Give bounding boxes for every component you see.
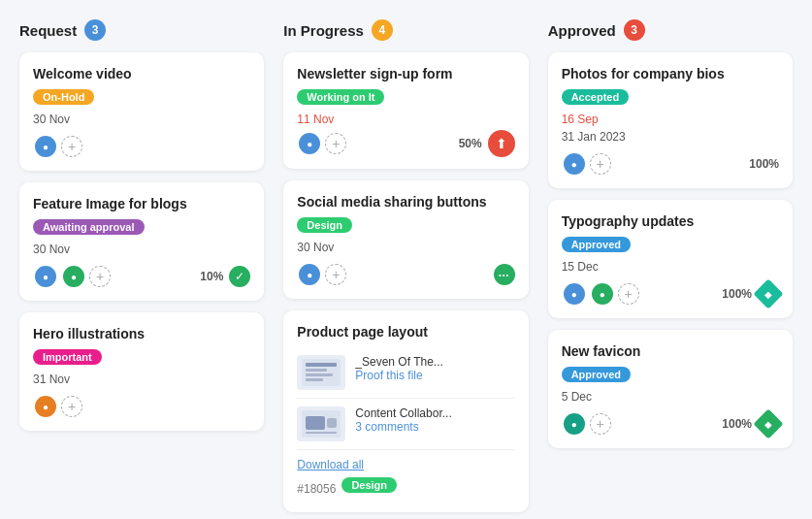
card-date-social-media: 30 Nov <box>297 241 514 254</box>
column-count-in-progress: 4 <box>372 19 393 41</box>
column-header-in-progress: In Progress4 <box>283 19 528 41</box>
card-tag-social-media: Design <box>297 217 352 233</box>
card-feature-image[interactable]: Feature Image for blogsAwaiting approval… <box>19 182 264 301</box>
card-tag-hero-illustrations: Important <box>33 349 102 365</box>
card-newsletter[interactable]: Newsletter sign-up formWorking on It11 N… <box>283 52 528 169</box>
card-photos-bios[interactable]: Photos for company biosAccepted16 Sep31 … <box>548 52 793 188</box>
file-thumbnail <box>297 355 345 390</box>
avatar: ● <box>562 411 587 437</box>
file-info-0: _Seven Of The...Proof this file <box>355 355 514 382</box>
card-tag-typography-updates: Approved <box>562 237 631 252</box>
add-avatar-button[interactable]: + <box>325 133 346 154</box>
avatar: ● <box>297 262 322 287</box>
card-right-side: 100%◆ <box>722 413 779 435</box>
file-info-1: Content Collabor...3 comments <box>355 406 514 434</box>
column-header-request: Request3 <box>19 19 264 41</box>
card-right-side: 100% <box>749 157 779 171</box>
card-product-page[interactable]: Product page layout _Seven Of The...Proo… <box>283 310 528 512</box>
file-name: _Seven Of The... <box>355 355 514 369</box>
diamond-green-icon: ◆ <box>753 408 783 438</box>
card-new-favicon[interactable]: New faviconApproved5 Dec●+100%◆ <box>548 330 793 448</box>
column-title-in-progress: In Progress <box>283 22 364 39</box>
card-social-media[interactable]: Social media sharing buttonsDesign30 Nov… <box>283 180 528 299</box>
avatar: ● <box>562 281 587 307</box>
card-hero-illustrations[interactable]: Hero illustrationsImportant31 Nov●+ <box>19 312 264 431</box>
card-title-newsletter: Newsletter sign-up form <box>297 66 514 81</box>
avatar-row-photos-bios: ●+ <box>562 151 611 177</box>
column-header-approved: Approved3 <box>548 19 793 41</box>
card-right-side: ••• <box>494 264 515 285</box>
add-avatar-button[interactable]: + <box>61 396 82 417</box>
svg-rect-3 <box>306 373 333 376</box>
avatar: ● <box>33 264 58 289</box>
card-footer-photos-bios: ●+100% <box>562 151 779 177</box>
file-item-1: Content Collabor...3 comments <box>297 399 514 450</box>
avatar: ● <box>61 264 86 289</box>
card-right-side: 10%✓ <box>200 266 250 287</box>
column-request: Request3Welcome videoOn-Hold30 Nov●+Feat… <box>19 19 264 519</box>
check-green-icon: ✓ <box>229 266 250 287</box>
card-title-photos-bios: Photos for company bios <box>562 66 779 81</box>
card-title-social-media: Social media sharing buttons <box>297 194 514 210</box>
card-welcome-video[interactable]: Welcome videoOn-Hold30 Nov●+ <box>19 52 264 171</box>
card-footer-feature-image: ●●+10%✓ <box>33 264 250 289</box>
column-title-request: Request <box>19 22 77 39</box>
card-right-side: 100%◆ <box>722 283 779 305</box>
card-footer-newsletter: ●+50%⬆ <box>297 130 514 157</box>
card-tag-photos-bios: Accepted <box>562 89 630 105</box>
card-title-typography-updates: Typography updates <box>562 213 779 229</box>
avatar: ● <box>297 131 322 156</box>
card-date-photos-bios: 16 Sep <box>562 113 779 126</box>
svg-rect-1 <box>306 363 337 367</box>
card-date-new-favicon: 5 Dec <box>562 390 779 404</box>
card-date-typography-updates: 15 Dec <box>562 260 779 274</box>
diamond-teal-icon: ◆ <box>753 278 783 308</box>
card-tag-new-favicon: Approved <box>562 367 631 382</box>
file-action-link[interactable]: 3 comments <box>355 420 514 434</box>
avatar: ● <box>33 134 58 159</box>
add-avatar-button[interactable]: + <box>590 153 611 175</box>
card-date-welcome-video: 30 Nov <box>33 113 250 126</box>
card-percent-photos-bios: 100% <box>749 157 779 171</box>
column-count-request: 3 <box>84 19 106 41</box>
avatar-row-feature-image: ●●+ <box>33 264 111 289</box>
avatar-row-typography-updates: ●●+ <box>562 281 639 307</box>
svg-rect-4 <box>306 378 323 381</box>
column-count-approved: 3 <box>624 19 645 41</box>
add-avatar-button[interactable]: + <box>590 413 611 435</box>
add-avatar-button[interactable]: + <box>325 264 346 285</box>
column-in-progress: In Progress4Newsletter sign-up formWorki… <box>283 19 528 519</box>
kanban-board: Request3Welcome videoOn-Hold30 Nov●+Feat… <box>19 19 793 519</box>
avatar-row-welcome-video: ●+ <box>33 134 82 159</box>
card-date-hero-illustrations: 31 Nov <box>33 373 250 386</box>
card-title-new-favicon: New favicon <box>562 343 779 359</box>
card-hash: #18056 <box>297 482 336 496</box>
add-avatar-button[interactable]: + <box>618 283 639 305</box>
card-bottom-product-page: Download all <box>297 458 514 471</box>
card-date-newsletter: 11 Nov <box>297 113 514 126</box>
dots-green-icon: ••• <box>494 264 515 285</box>
arrow-up-icon: ⬆ <box>488 130 515 157</box>
svg-rect-7 <box>327 418 337 428</box>
add-avatar-button[interactable]: + <box>61 136 82 157</box>
card-hash-row: #18056Design <box>297 477 514 501</box>
card-footer-typography-updates: ●●+100%◆ <box>562 281 779 307</box>
card-footer-hero-illustrations: ●+ <box>33 394 250 419</box>
card-second-date-photos-bios: 31 Jan 2023 <box>562 130 779 144</box>
card-title-feature-image: Feature Image for blogs <box>33 196 250 211</box>
card-right-side: 50%⬆ <box>459 130 515 157</box>
card-percent-newsletter: 50% <box>459 137 482 150</box>
file-action-link[interactable]: Proof this file <box>355 369 514 382</box>
card-typography-updates[interactable]: Typography updatesApproved15 Dec●●+100%◆ <box>548 200 793 318</box>
avatar-row-new-favicon: ●+ <box>562 411 611 437</box>
file-name: Content Collabor... <box>355 406 514 420</box>
avatar-row-social-media: ●+ <box>297 262 346 287</box>
card-footer-welcome-video: ●+ <box>33 134 250 159</box>
card-percent-new-favicon: 100% <box>722 417 752 431</box>
svg-rect-2 <box>306 369 327 372</box>
card-tag-welcome-video: On-Hold <box>33 89 94 105</box>
card-percent-typography-updates: 100% <box>722 287 752 301</box>
download-all-link[interactable]: Download all <box>297 458 364 471</box>
avatar-row-hero-illustrations: ●+ <box>33 394 82 419</box>
add-avatar-button[interactable]: + <box>89 266 111 287</box>
